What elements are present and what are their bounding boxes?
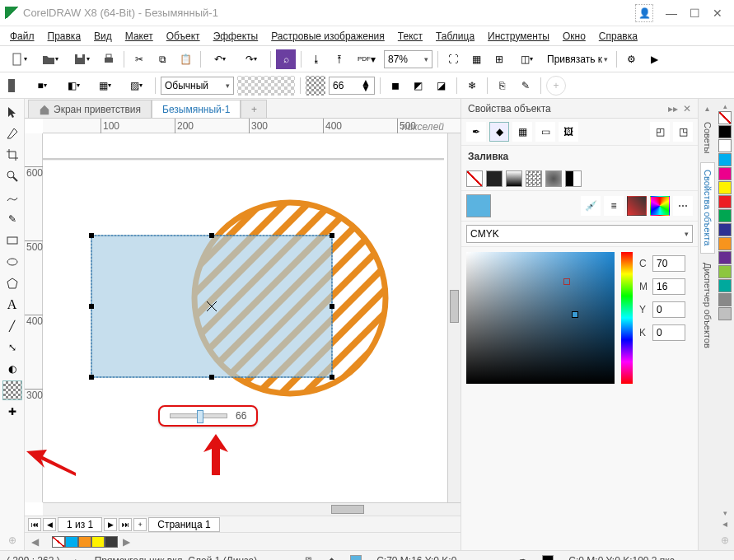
- import-button[interactable]: ⭳: [306, 49, 326, 69]
- grid-button[interactable]: ⊞: [489, 49, 509, 69]
- palette-scroll-left[interactable]: ◀: [31, 536, 39, 548]
- cut-button[interactable]: ✂: [129, 49, 149, 69]
- options-button[interactable]: ⚙: [622, 49, 642, 69]
- scrollbar-horizontal[interactable]: [43, 502, 461, 516]
- side-tab-object-props[interactable]: Свойства объекта: [700, 162, 715, 253]
- texture-transparency-button[interactable]: ▨▾: [122, 76, 150, 96]
- menu-effects[interactable]: Эффекты: [208, 29, 264, 44]
- pattern-transparency-button[interactable]: ▦▾: [91, 76, 119, 96]
- menu-bitmaps[interactable]: Растровые изображения: [266, 29, 390, 44]
- ellipse-tool[interactable]: [2, 252, 22, 272]
- text-tool[interactable]: A: [2, 295, 22, 315]
- menu-tools[interactable]: Инструменты: [483, 29, 554, 44]
- fill-uniform-button[interactable]: [486, 170, 503, 187]
- k-input[interactable]: [652, 324, 685, 341]
- fill-pattern-button[interactable]: [526, 170, 542, 187]
- transparency-tab-icon[interactable]: ▦: [512, 122, 532, 142]
- mini-swatch[interactable]: [105, 536, 118, 548]
- copy-props-button[interactable]: ⎘: [493, 76, 512, 96]
- copy-button[interactable]: ⧉: [152, 49, 172, 69]
- opacity-slider[interactable]: [170, 413, 227, 418]
- bitmap-tab-icon[interactable]: 🖼: [559, 122, 578, 142]
- edit-button[interactable]: ✎: [516, 76, 535, 96]
- docker-collapse-icon[interactable]: ▸▸: [668, 103, 678, 114]
- fountain-transparency-button[interactable]: ◧▾: [59, 76, 87, 96]
- menu-edit[interactable]: Правка: [43, 29, 86, 44]
- rectangle-tool[interactable]: [2, 231, 22, 250]
- palette-expand-icon[interactable]: ◂: [722, 518, 727, 530]
- paste-button[interactable]: 📋: [175, 49, 195, 69]
- fill-postscript-button[interactable]: [565, 170, 582, 187]
- freeze-button[interactable]: ❄: [462, 76, 482, 96]
- polygon-tool[interactable]: [2, 273, 22, 293]
- fullscreen-button[interactable]: ⛶: [443, 49, 463, 69]
- color-model-combo[interactable]: CMYK▾: [466, 225, 693, 243]
- scrollbar-h-thumb[interactable]: [331, 505, 364, 514]
- palette-swatch[interactable]: [718, 265, 732, 278]
- color-field[interactable]: [466, 252, 615, 384]
- pen-icon[interactable]: ✒: [519, 555, 527, 561]
- mini-swatch-none[interactable]: [52, 536, 65, 548]
- palette-swatch[interactable]: [718, 125, 732, 138]
- canvas-rectangle-object[interactable]: [88, 232, 335, 380]
- y-input[interactable]: [652, 301, 685, 318]
- eyedropper-button[interactable]: 💉: [581, 196, 601, 216]
- dimension-tool[interactable]: ╱: [2, 316, 22, 336]
- monitor-icon[interactable]: 🖥: [303, 555, 313, 561]
- m-input[interactable]: [652, 278, 685, 295]
- rulers-button[interactable]: ▦: [466, 49, 486, 69]
- zoom-tool[interactable]: [2, 166, 22, 186]
- palette-swatch[interactable]: [718, 153, 732, 166]
- zoom-input[interactable]: [388, 54, 421, 65]
- crop-tool[interactable]: [2, 145, 22, 165]
- menu-table[interactable]: Таблица: [431, 29, 479, 44]
- eyedropper-tool[interactable]: ✚: [2, 402, 22, 422]
- c-input[interactable]: [652, 255, 685, 272]
- maximize-button[interactable]: ☐: [683, 2, 706, 25]
- palette-up-icon[interactable]: ▴: [723, 102, 727, 110]
- search-button[interactable]: ⌕: [276, 49, 296, 69]
- tab-welcome[interactable]: Экран приветствия: [28, 100, 152, 118]
- palette-down-icon[interactable]: ▾: [723, 509, 727, 517]
- outline-tab-icon[interactable]: ✒: [466, 122, 486, 142]
- minimize-button[interactable]: —: [660, 2, 683, 25]
- shape-tool[interactable]: [2, 124, 22, 143]
- ruler-horizontal[interactable]: 100 200 300 400 500 пикселей: [43, 119, 461, 133]
- pdf-button[interactable]: PDF▾: [353, 49, 381, 69]
- menu-text[interactable]: Текст: [393, 29, 428, 44]
- palette-scroll-right[interactable]: ▶: [123, 536, 130, 548]
- tab-add-button[interactable]: +: [241, 100, 267, 118]
- canvas[interactable]: 66: [43, 133, 461, 502]
- new-button[interactable]: ▾: [5, 49, 33, 69]
- opacity-input[interactable]: [333, 80, 358, 91]
- palette-swatch[interactable]: [718, 209, 732, 222]
- docker-close-icon[interactable]: ✕: [683, 103, 691, 114]
- snap-combo[interactable]: Привязать к▾: [544, 50, 611, 68]
- menu-view[interactable]: Вид: [89, 29, 117, 44]
- menu-layout[interactable]: Макет: [120, 29, 158, 44]
- print-button[interactable]: [99, 49, 119, 69]
- side-tab-object-manager[interactable]: Диспетчер объектов: [700, 255, 715, 356]
- status-fill-swatch[interactable]: [350, 555, 362, 561]
- fill-texture-button[interactable]: [545, 170, 562, 187]
- more-options-button[interactable]: ⋯: [673, 196, 693, 216]
- apply-all-button[interactable]: ◼: [386, 76, 405, 96]
- fill-none-button[interactable]: [466, 170, 483, 187]
- palette-swatch-none[interactable]: [718, 111, 732, 124]
- uniform-transparency-button[interactable]: ■▾: [28, 76, 56, 96]
- palette-swatch[interactable]: [718, 251, 732, 264]
- menu-window[interactable]: Окно: [558, 29, 591, 44]
- pick-tool[interactable]: [2, 102, 22, 122]
- menu-object[interactable]: Объект: [161, 29, 205, 44]
- fill-tab-icon[interactable]: ◆: [489, 122, 509, 142]
- palette-add-button[interactable]: ⊕: [715, 530, 734, 550]
- blend-mode-combo[interactable]: ▾: [161, 77, 234, 95]
- open-button[interactable]: ▾: [36, 49, 64, 69]
- apply-fill-button[interactable]: ◩: [409, 76, 428, 96]
- status-outline-swatch[interactable]: [542, 555, 554, 561]
- mini-color-palette[interactable]: [52, 536, 118, 548]
- palette-swatch[interactable]: [718, 293, 732, 306]
- palette-swatch[interactable]: [718, 195, 732, 208]
- page-first-button[interactable]: ⏮: [28, 518, 41, 531]
- color-viewers-button[interactable]: [627, 196, 647, 216]
